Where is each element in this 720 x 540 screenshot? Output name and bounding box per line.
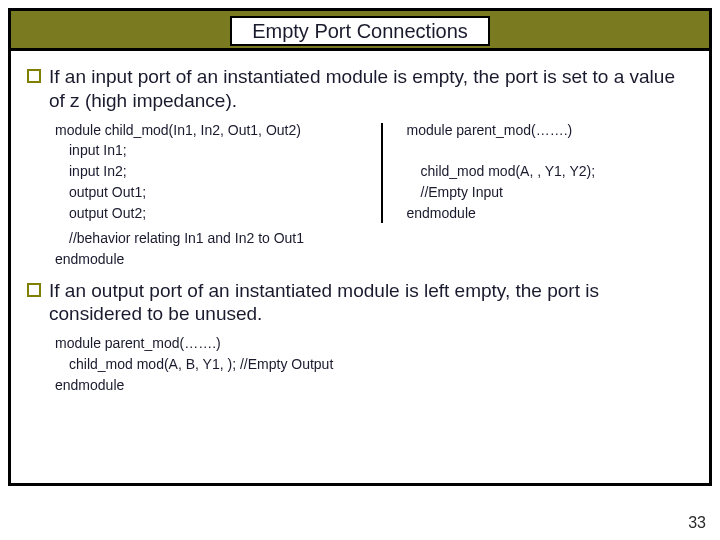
bullet-1: If an input port of an instantiated modu… [27, 65, 693, 113]
code-below-2: module parent_mod(…….) child_mod mod(A, … [55, 334, 693, 395]
code-line: child_mod mod(A, , Y1, Y2); [407, 162, 694, 181]
slide-frame: Empty Port Connections If an input port … [8, 8, 712, 486]
code-left: module child_mod(In1, In2, Out1, Out2) i… [55, 121, 361, 225]
title-bar: Empty Port Connections [11, 11, 709, 51]
bullet-text: If an output port of an instantiated mod… [49, 279, 693, 327]
code-line: child_mod mod(A, B, Y1, ); //Empty Outpu… [55, 355, 693, 374]
code-line: endmodule [407, 204, 694, 223]
code-below-1: //behavior relating In1 and In2 to Out1 … [55, 229, 693, 269]
slide-title: Empty Port Connections [252, 20, 468, 43]
code-line: input In1; [55, 141, 361, 160]
slide-body: If an input port of an instantiated modu… [11, 55, 709, 483]
code-line: //Empty Input [407, 183, 694, 202]
code-line: //behavior relating In1 and In2 to Out1 [55, 229, 693, 248]
code-line: output Out1; [55, 183, 361, 202]
code-line: endmodule [55, 376, 693, 395]
code-line [407, 141, 694, 160]
code-right: module parent_mod(…….) child_mod mod(A, … [407, 121, 694, 225]
bullet-2: If an output port of an instantiated mod… [27, 279, 693, 327]
title-box: Empty Port Connections [230, 16, 490, 46]
code-line: output Out2; [55, 204, 361, 223]
code-line: input In2; [55, 162, 361, 181]
page-number: 33 [688, 514, 706, 532]
column-divider [381, 123, 383, 223]
code-line: module child_mod(In1, In2, Out1, Out2) [55, 121, 361, 140]
code-line: module parent_mod(…….) [55, 334, 693, 353]
code-two-column: module child_mod(In1, In2, Out1, Out2) i… [55, 121, 693, 225]
code-line: module parent_mod(…….) [407, 121, 694, 140]
bullet-icon [27, 69, 41, 83]
code-line: endmodule [55, 250, 693, 269]
slide: Empty Port Connections If an input port … [0, 0, 720, 540]
bullet-icon [27, 283, 41, 297]
bullet-text: If an input port of an instantiated modu… [49, 65, 693, 113]
